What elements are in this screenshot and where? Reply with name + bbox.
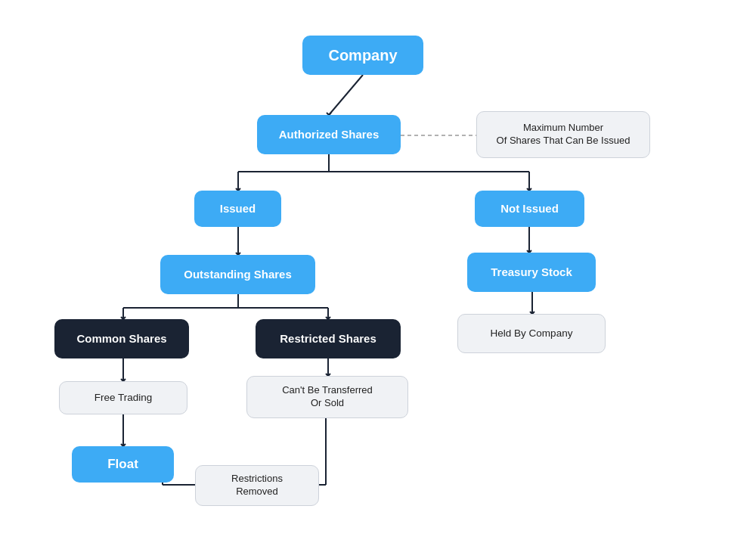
restricted-shares-node: Restricted Shares [256,319,401,358]
cant-transfer-node: Can't Be TransferredOr Sold [246,376,408,418]
max-shares-node: Maximum NumberOf Shares That Can Be Issu… [476,111,650,158]
not-issued-node: Not Issued [475,191,584,227]
free-trading-node: Free Trading [59,381,187,414]
common-shares-node: Common Shares [54,319,189,358]
treasury-stock-node: Treasury Stock [467,253,596,292]
authorized-shares-node: Authorized Shares [257,115,401,154]
held-by-company-node: Held By Company [457,314,606,353]
company-node: Company [302,36,423,75]
diagram-container: Company Authorized Shares Maximum Number… [8,5,748,535]
float-node: Float [72,446,174,483]
outstanding-shares-node: Outstanding Shares [160,255,315,294]
issued-node: Issued [194,191,281,227]
svg-line-0 [329,75,363,115]
restrictions-removed-node: RestrictionsRemoved [195,465,319,506]
